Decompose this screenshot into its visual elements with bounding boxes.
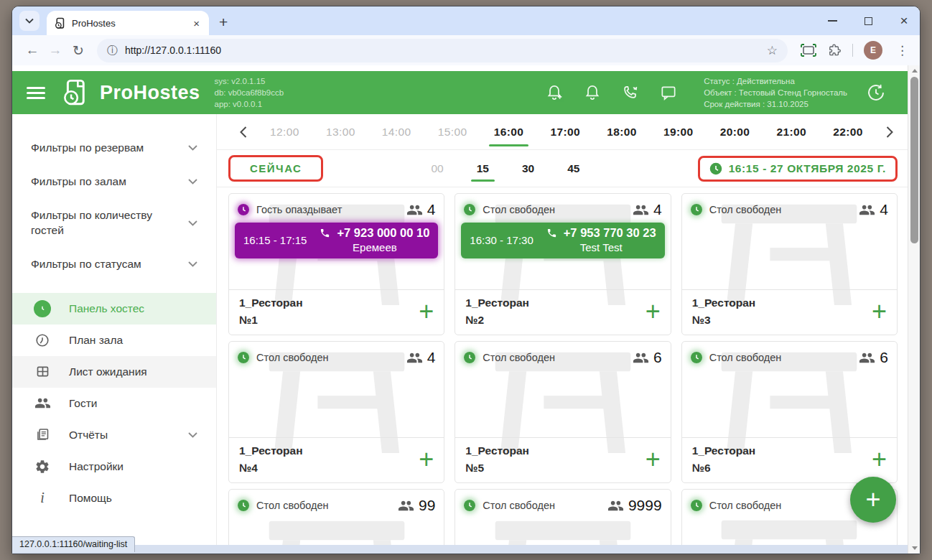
minute-tab[interactable]: 30	[522, 162, 534, 175]
nav-settings[interactable]: Настройки	[12, 451, 216, 482]
chevron-down-icon	[25, 18, 34, 24]
table-card[interactable]: Стол свободен 4 16:30 - 17:30 +7 953 770…	[455, 193, 671, 335]
timeline-prev-icon[interactable]	[236, 122, 251, 142]
hour-tab[interactable]: 13:00	[326, 126, 355, 139]
app-header: ProHostes sys: v2.0.1.15 db: vb0ca6f8b9c…	[12, 71, 909, 114]
address-bar[interactable]: ⓘ http://127.0.0.1:11160 ☆	[97, 39, 788, 62]
forward-button[interactable]: →	[44, 42, 67, 58]
timeline-next-icon[interactable]	[882, 122, 898, 142]
chat-icon[interactable]	[659, 83, 678, 102]
notification-bell-icon[interactable]	[583, 83, 602, 102]
hour-tab[interactable]: 19:00	[663, 126, 694, 139]
table-card[interactable]: Стол свободен 99	[228, 489, 444, 545]
scrollbar-down-arrow[interactable]	[908, 543, 921, 554]
hour-tab[interactable]: 17:00	[550, 126, 580, 139]
tab-search-button[interactable]	[19, 11, 39, 31]
tab-title: ProHostes	[72, 18, 185, 29]
menu-hamburger-icon[interactable]	[27, 84, 45, 102]
table-status: Стол свободен	[483, 352, 625, 363]
nav-waiting-list[interactable]: Лист ожидания	[12, 356, 216, 388]
table-capacity: 99	[419, 497, 435, 514]
filter-guest-count[interactable]: Фильтры по количеству гостей	[12, 199, 216, 248]
current-datetime-button[interactable]: 16:15 - 27 ОКТЯБРЯ 2025 Г.	[698, 156, 898, 182]
scrollbar-up-arrow[interactable]	[908, 65, 921, 76]
minute-tab-selected[interactable]: 15	[477, 162, 489, 175]
filter-statuses[interactable]: Фильтры по статусам	[12, 248, 216, 281]
now-button[interactable]: СЕЙЧАС	[228, 155, 323, 182]
tab-close-icon[interactable]: ×	[191, 17, 202, 29]
reservation-bar[interactable]: 16:15 - 17:15 +7 923 000 00 10 Еремеев	[235, 223, 438, 258]
page-scrollbar[interactable]	[908, 65, 920, 554]
browser-toolbar: ← → ↻ ⓘ http://127.0.0.1:11160 ☆ E ⋮	[12, 35, 920, 65]
add-reservation-fab[interactable]: +	[850, 477, 896, 523]
status-clock-icon	[464, 204, 475, 215]
site-info-icon[interactable]: ⓘ	[107, 44, 118, 57]
hour-tab-selected[interactable]: 16:00	[494, 126, 524, 139]
reload-button[interactable]: ↻	[67, 42, 90, 59]
add-notification-bell-icon[interactable]	[545, 83, 564, 102]
table-status: Стол свободен	[483, 204, 625, 215]
hour-tab[interactable]: 14:00	[382, 126, 411, 139]
profile-avatar[interactable]: E	[864, 41, 882, 60]
add-reservation-button[interactable]: +	[419, 449, 434, 470]
hour-tab[interactable]: 20:00	[720, 126, 750, 139]
back-button[interactable]: ←	[21, 42, 44, 58]
hour-tab[interactable]: 21:00	[776, 126, 806, 139]
hour-tab[interactable]: 15:00	[438, 126, 467, 139]
browser-menu-icon[interactable]: ⋮	[893, 43, 911, 58]
url-text[interactable]: http://127.0.0.1:11160	[125, 45, 760, 56]
bookmark-star-icon[interactable]: ☆	[767, 43, 778, 58]
reservation-phone: +7 953 770 30 23	[564, 226, 656, 240]
nav-reports[interactable]: Отчёты	[12, 419, 216, 451]
minimize-button[interactable]	[826, 15, 838, 27]
window-close-button[interactable]: ×	[898, 15, 910, 27]
maximize-button[interactable]	[862, 15, 874, 27]
waiting-list-grid-icon	[32, 364, 53, 379]
hour-tab[interactable]: 12:00	[270, 126, 299, 139]
hour-tab[interactable]: 22:00	[833, 126, 863, 139]
nav-help[interactable]: i Помощь	[12, 482, 216, 514]
reports-icon	[32, 427, 53, 442]
add-reservation-button[interactable]: +	[646, 449, 661, 470]
table-card[interactable]: Стол свободен 4 1_Ресторан№4 +	[228, 341, 444, 483]
clock-icon	[34, 300, 51, 317]
minute-tab[interactable]: 45	[567, 162, 579, 175]
status-clock-icon	[691, 204, 702, 215]
call-history-phone-icon[interactable]	[621, 83, 640, 102]
add-reservation-button[interactable]: +	[872, 449, 887, 470]
table-capacity: 4	[653, 201, 662, 218]
hour-tab[interactable]: 18:00	[607, 126, 637, 139]
tab-strip: ProHostes × + ×	[12, 6, 920, 35]
table-capacity: 4	[880, 201, 888, 218]
guests-people-icon	[406, 202, 423, 218]
add-reservation-button[interactable]: +	[419, 302, 434, 322]
minute-tab[interactable]: 00	[431, 162, 443, 175]
new-tab-button[interactable]: +	[219, 14, 228, 29]
filter-reserves[interactable]: Фильтры по резервам	[12, 131, 216, 165]
refresh-history-icon[interactable]	[866, 83, 886, 103]
table-status: Стол свободен	[709, 204, 852, 215]
table-card[interactable]: Стол свободен 9999	[455, 489, 671, 545]
table-card[interactable]: Гость опаздывает 4 16:15 - 17:15 +7 923 …	[228, 193, 444, 335]
toolbar-divider	[852, 44, 853, 57]
table-card[interactable]: Стол свободен 6 1_Ресторан№6 +	[681, 341, 898, 483]
nav-guests[interactable]: Гости	[12, 388, 216, 419]
table-status: Стол свободен	[256, 500, 391, 511]
guests-people-icon	[633, 350, 649, 366]
reservation-bar[interactable]: 16:30 - 17:30 +7 953 770 30 23 Test Test	[461, 223, 664, 258]
nav-floor-plan[interactable]: План зала	[12, 325, 216, 356]
extensions-puzzle-icon[interactable]	[827, 43, 842, 57]
license-info: Статус : Действительна Объект : Тестовый…	[704, 75, 847, 110]
nav-hostess-panel[interactable]: Панель хостес	[12, 293, 216, 325]
add-reservation-button[interactable]: +	[646, 302, 661, 322]
table-watermark-icon	[247, 514, 427, 545]
table-capacity: 6	[880, 349, 888, 366]
table-card[interactable]: Стол свободен 4 1_Ресторан№3 +	[681, 193, 898, 335]
table-card[interactable]: Стол свободен 6 1_Ресторан№5 +	[455, 341, 671, 483]
add-reservation-button[interactable]: +	[872, 302, 887, 322]
browser-tab[interactable]: ProHostes ×	[47, 11, 209, 35]
scrollbar-thumb[interactable]	[910, 77, 918, 243]
window-bottom-edge	[12, 545, 920, 554]
screen-capture-icon[interactable]	[801, 44, 816, 57]
filter-halls[interactable]: Фильтры по залам	[12, 165, 216, 199]
